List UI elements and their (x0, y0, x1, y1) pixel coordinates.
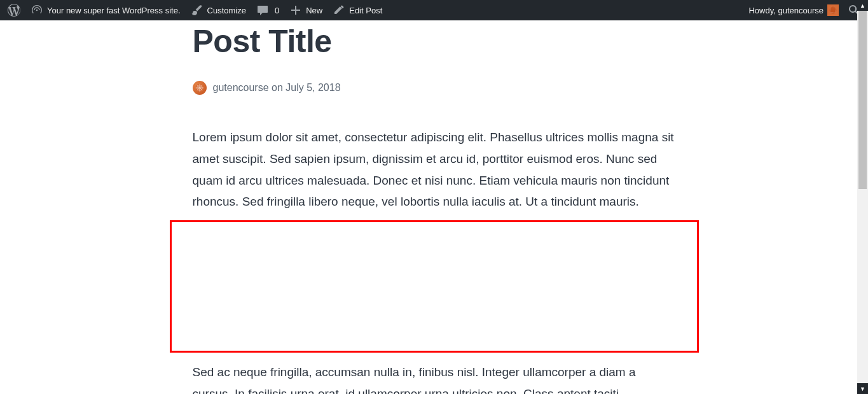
howdy-text: Howdy, gutencourse (748, 6, 823, 15)
comment-icon (256, 4, 269, 17)
svg-point-0 (830, 7, 837, 14)
customize-label: Customize (207, 6, 246, 15)
comments-menu[interactable]: 0 (251, 0, 284, 20)
user-account-menu[interactable]: Howdy, gutencourse (743, 0, 844, 20)
user-avatar-icon (827, 4, 839, 16)
comments-count: 0 (275, 6, 279, 15)
wp-logo-menu[interactable] (3, 0, 25, 20)
new-label: New (306, 6, 322, 15)
post-date: July 5, 2018 (286, 82, 340, 93)
edit-post-menu[interactable]: Edit Post (327, 0, 387, 20)
admin-bar-right: Howdy, gutencourse (743, 0, 864, 20)
scroll-thumb[interactable] (858, 11, 867, 189)
admin-bar: Your new super fast WordPress site. Cust… (0, 0, 868, 20)
edit-post-label: Edit Post (349, 6, 382, 15)
scrollbar[interactable]: ▲ ▼ (857, 0, 868, 394)
site-name-menu[interactable]: Your new super fast WordPress site. (25, 0, 186, 20)
dashboard-icon (31, 4, 43, 17)
customize-menu[interactable]: Customize (186, 0, 251, 20)
scroll-up-button[interactable]: ▲ (857, 0, 868, 11)
author-link[interactable]: gutencourse (213, 82, 269, 93)
site-name-label: Your new super fast WordPress site. (47, 6, 181, 15)
post-title: Post Title (193, 24, 676, 59)
admin-bar-left: Your new super fast WordPress site. Cust… (3, 0, 387, 20)
post-meta: gutencourse on July 5, 2018 (193, 81, 676, 95)
author-avatar-icon (193, 81, 207, 95)
plus-icon (289, 4, 302, 17)
paragraph-1: Lorem ipsum dolor sit amet, consectetur … (193, 127, 676, 213)
paragraph-2: Sed ac neque fringilla, accumsan nulla i… (193, 362, 676, 394)
brush-icon (191, 4, 203, 17)
post-meta-text: gutencourse on July 5, 2018 (213, 82, 341, 94)
content-wrapper: Post Title gutencourse on July 5, 2018 L… (0, 20, 868, 394)
post-article: Post Title gutencourse on July 5, 2018 L… (193, 20, 676, 394)
new-content-menu[interactable]: New (284, 0, 327, 20)
pencil-icon (333, 4, 345, 17)
post-body: Lorem ipsum dolor sit amet, consectetur … (193, 127, 676, 394)
wordpress-icon (8, 4, 20, 17)
highlight-box (170, 220, 699, 353)
scroll-down-button[interactable]: ▼ (857, 383, 868, 394)
